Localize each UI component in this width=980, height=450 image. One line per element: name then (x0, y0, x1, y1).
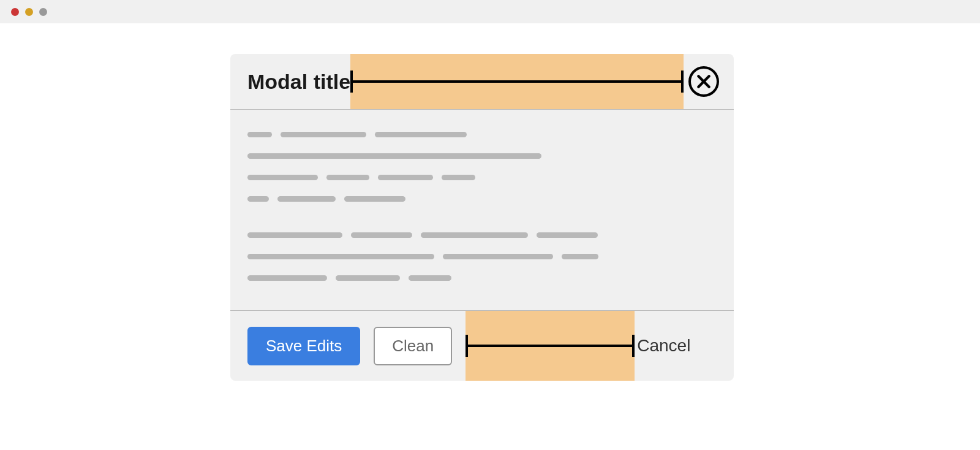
placeholder-paragraph (247, 232, 717, 281)
window-titlebar (0, 0, 980, 23)
save-button[interactable]: Save Edits (247, 327, 360, 365)
modal-body (230, 110, 734, 310)
margin-measure-line (466, 345, 635, 347)
window-close-dot[interactable] (11, 8, 19, 16)
close-icon (696, 74, 712, 90)
margin-measure-line (350, 80, 684, 83)
clean-button[interactable]: Clean (374, 327, 452, 365)
placeholder-paragraph (247, 132, 717, 202)
modal-dialog: Modal title (230, 54, 734, 381)
modal-header: Modal title (230, 54, 734, 110)
modal-title: Modal title (247, 70, 350, 94)
window-minimize-dot[interactable] (25, 8, 33, 16)
close-button[interactable] (688, 66, 719, 97)
window-maximize-dot[interactable] (39, 8, 47, 16)
modal-footer: Save Edits Clean Cancel (230, 310, 734, 381)
cancel-link[interactable]: Cancel (637, 336, 690, 356)
footer-margin-highlight (466, 311, 635, 381)
header-margin-highlight (350, 54, 684, 109)
